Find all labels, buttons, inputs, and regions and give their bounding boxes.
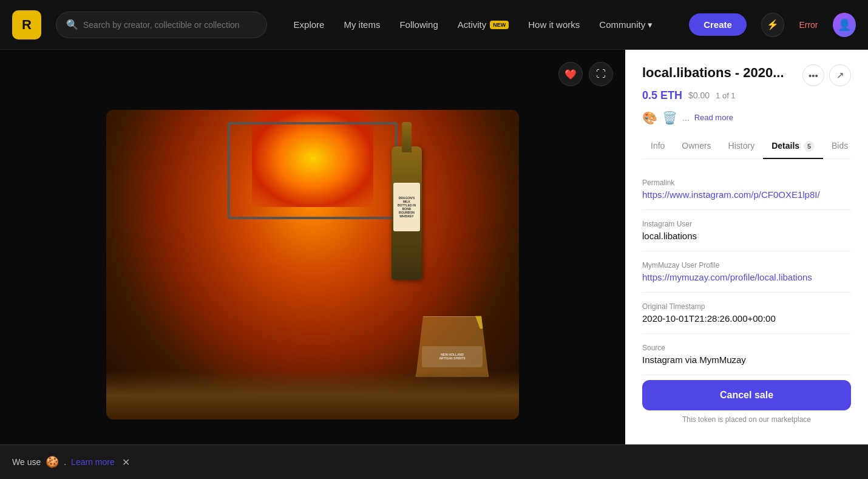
edition-label: 1 of 1 [716,91,736,100]
read-more-link[interactable]: Read more [694,113,733,122]
instagram-user-value: local.libations [642,231,851,241]
image-panel: ❤️ ⛶ DRAGON'S MILK BOTTLED IN BOND BOURB… [0,50,625,479]
nav-my-items[interactable]: My items [336,15,387,35]
nav-activity[interactable]: Activity NEW [450,15,517,35]
detail-panel: local.libations - 2020... ••• ↗ 0.5 ETH … [625,50,868,479]
mymuzay-section: MymMuzay User Profile https://mymuzay.co… [642,251,851,293]
instagram-user-label: Instagram User [642,220,851,228]
cookie-banner: We use 🍪 . Learn more ✕ [0,444,868,479]
image-controls: ❤️ ⛶ [558,62,613,86]
fullscreen-button[interactable]: ⛶ [589,62,613,86]
fireplace-frame [228,122,398,219]
nft-title: local.libations - 2020... [642,64,784,82]
instagram-user-section: Instagram User local.libations [642,210,851,251]
tab-info[interactable]: Info [642,135,673,159]
search-icon: 🔍 [66,19,78,30]
timestamp-value: 2020-10-01T21:28:26.000+00:00 [642,313,851,324]
price-row: 0.5 ETH $0.00 1 of 1 [642,89,851,102]
title-actions: ••• ↗ [802,64,851,86]
bottle-neck [402,122,412,152]
creator-row: 🎨 🗑️ ... Read more [642,110,851,125]
table-surface [106,371,519,420]
tab-bids[interactable]: Bids [823,135,856,159]
app-logo[interactable]: R [12,10,41,39]
glass-body: NEW HOLLAND ARTISAN SPIRITS [416,316,489,377]
timestamp-label: Original Timestamp [642,302,851,311]
create-button[interactable]: Create [689,13,747,36]
creator-icon2: 🗑️ [662,110,677,125]
source-label: Source [642,344,851,352]
garnish [472,304,486,329]
search-bar[interactable]: 🔍 [56,12,267,38]
creator-dots: ... [682,113,690,123]
favorite-button[interactable]: ❤️ [558,62,583,86]
marketplace-note: This token is placed on our marketplace [642,415,851,424]
chevron-down-icon: ▾ [648,19,653,30]
permalink-value[interactable]: https://www.instagram.com/p/CF0OXE1lp8I/ [642,189,851,200]
details-badge: 5 [804,141,815,152]
permalink-section: Permalink https://www.instagram.com/p/CF… [642,169,851,210]
mymuzay-value[interactable]: https://mymuzay.com/profile/local.libati… [642,272,851,282]
share-button[interactable]: ↗ [829,64,851,86]
nav-explore[interactable]: Explore [287,15,332,35]
lightning-icon-button[interactable]: ⚡ [761,13,785,37]
navbar: R 🔍 Explore My items Following Activity … [0,0,868,50]
learn-more-link[interactable]: Learn more [71,457,115,467]
more-options-button[interactable]: ••• [802,64,824,86]
source-value: Instagram via MymMuzay [642,355,851,365]
mymuzay-label: MymMuzay User Profile [642,261,851,270]
creator-icon: 🎨 [642,110,657,125]
cookie-text: We use [12,457,41,467]
activity-new-badge: NEW [490,21,509,29]
timestamp-section: Original Timestamp 2020-10-01T21:28:26.0… [642,293,851,334]
glass-logo: NEW HOLLAND ARTISAN SPIRITS [422,346,483,367]
nav-how-it-works[interactable]: How it works [521,15,587,35]
search-input[interactable] [83,20,257,30]
main-area: ❤️ ⛶ DRAGON'S MILK BOTTLED IN BOND BOURB… [0,50,868,479]
price-usd: $0.00 [688,90,710,100]
tab-owners[interactable]: Owners [673,135,719,159]
price-eth: 0.5 ETH [642,89,682,102]
cancel-sale-button[interactable]: Cancel sale [642,380,851,410]
avatar-icon: 👤 [838,18,851,32]
bottle: DRAGON'S MILK BOTTLED IN BOND BOURBON WH… [392,146,422,280]
bottle-label: DRAGON'S MILK BOTTLED IN BOND BOURBON WH… [393,183,420,231]
tab-details[interactable]: Details 5 [763,135,823,159]
title-area: local.libations - 2020... ••• ↗ [642,64,851,89]
cookie-emoji: 🍪 [46,455,59,469]
nft-image: DRAGON'S MILK BOTTLED IN BOND BOURBON WH… [106,110,519,420]
error-label: Error [799,20,818,30]
lightning-icon: ⚡ [767,19,779,30]
permalink-label: Permalink [642,178,851,187]
cookie-dot: . [64,457,66,467]
tab-history[interactable]: History [720,135,764,159]
source-section: Source Instagram via MymMuzay [642,334,851,375]
close-banner-button[interactable]: ✕ [122,457,130,468]
user-avatar[interactable]: 👤 [833,13,856,37]
nav-links: Explore My items Following Activity NEW … [287,15,660,35]
nav-following[interactable]: Following [392,15,445,35]
detail-tabs: Info Owners History Details 5 Bids [642,135,851,159]
nav-community[interactable]: Community ▾ [592,15,660,35]
